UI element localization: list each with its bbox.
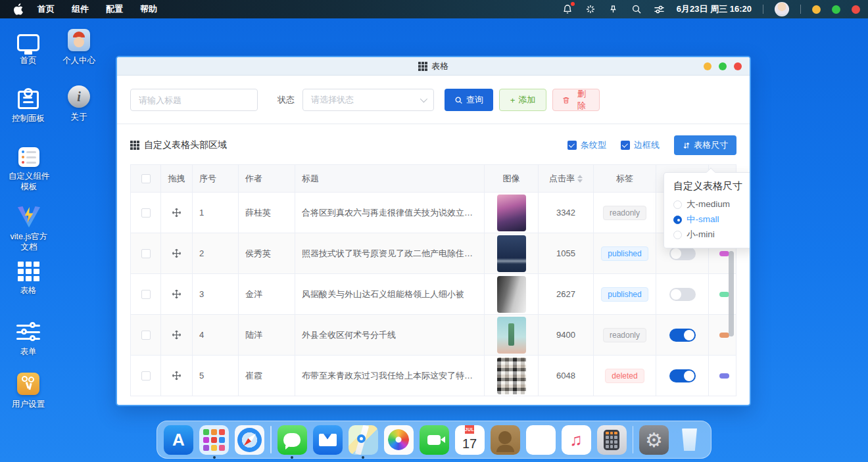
row-color-bar[interactable]	[719, 333, 729, 338]
maximize-button[interactable]	[719, 62, 727, 70]
dock-safari[interactable]	[235, 425, 264, 455]
dock-settings[interactable]: ⚙	[639, 425, 669, 455]
row-checkbox[interactable]	[141, 371, 151, 381]
status-select[interactable]: 请选择状态	[302, 89, 434, 111]
row-thumbnail[interactable]	[497, 276, 526, 313]
bordered-checkbox[interactable]: 边框线	[621, 139, 660, 151]
dock-music[interactable]: ♫	[562, 425, 591, 455]
dock-trash[interactable]	[675, 425, 704, 455]
radio-icon	[673, 200, 682, 209]
row-thumbnail[interactable]	[497, 317, 526, 354]
menu-help[interactable]: 帮助	[140, 3, 157, 15]
row-status-tag: readonly	[603, 206, 646, 220]
minimize-button[interactable]	[704, 62, 711, 70]
sort-caret-icon[interactable]	[577, 175, 583, 183]
dock-photos[interactable]	[384, 425, 414, 455]
row-toggle-switch[interactable]	[669, 369, 696, 382]
menubar-dot-red[interactable]	[852, 5, 860, 14]
add-button[interactable]: + 添加	[499, 89, 546, 111]
row-status-tag: published	[601, 287, 648, 302]
bell-icon[interactable]	[562, 3, 573, 15]
menubar-datetime[interactable]: 6月23日 周三 16:20	[677, 3, 752, 15]
control-center-icon[interactable]	[654, 3, 665, 15]
dock-mail[interactable]	[313, 425, 343, 455]
desktop-icon-custom-template[interactable]: 自定义组件模板	[1, 143, 57, 192]
search-icon[interactable]	[631, 3, 642, 15]
dock-app-store[interactable]: A	[164, 425, 193, 455]
desktop-icon-form[interactable]: 表单	[1, 319, 56, 357]
desktop-icon-label: 自定义组件模板	[8, 171, 50, 192]
row-toggle-switch[interactable]	[669, 247, 696, 260]
size-option-small[interactable]: 中-small	[673, 214, 748, 225]
dock-contacts[interactable]	[491, 425, 520, 455]
desktop-icon-profile[interactable]: 个人中心	[51, 28, 107, 66]
column-header-clicks[interactable]: 点击率	[539, 165, 594, 192]
window-titlebar[interactable]: 表格	[117, 57, 750, 76]
menu-components[interactable]: 组件	[72, 3, 89, 15]
dock-messages[interactable]	[277, 425, 307, 455]
person-app-icon	[68, 29, 90, 51]
dock-notes[interactable]	[526, 425, 556, 455]
dock-maps[interactable]	[349, 425, 378, 455]
row-toggle-switch[interactable]	[669, 288, 696, 301]
status-field-label: 状态	[277, 94, 295, 106]
column-header-author: 作者	[239, 165, 295, 192]
drag-handle-icon[interactable]	[172, 330, 181, 340]
menubar-dot-yellow[interactable]	[812, 5, 821, 14]
menubar-dot-green[interactable]	[832, 5, 840, 14]
menu-config[interactable]: 配置	[106, 3, 123, 15]
row-thumbnail[interactable]	[497, 235, 526, 272]
desktop-icon-control-panel[interactable]: 控制面板	[1, 85, 56, 124]
row-checkbox[interactable]	[141, 208, 151, 218]
apple-menu-icon[interactable]	[13, 3, 23, 15]
row-author: 侯秀英	[245, 248, 271, 260]
query-button[interactable]: 查询	[445, 89, 493, 111]
size-option-medium[interactable]: 大-medium	[673, 199, 748, 210]
calculator-icon	[597, 425, 627, 455]
drag-handle-icon[interactable]	[172, 371, 181, 381]
table-size-button[interactable]: 表格尺寸	[674, 135, 736, 155]
menubar-separator	[800, 5, 801, 14]
size-option-mini[interactable]: 小-mini	[673, 229, 748, 240]
striped-checkbox[interactable]: 条纹型	[567, 139, 606, 151]
sliders-icon	[16, 323, 40, 342]
title-search-input[interactable]	[130, 89, 258, 111]
pin-icon[interactable]	[608, 3, 619, 15]
close-button[interactable]	[734, 62, 742, 70]
desktop-icon-home[interactable]: 首页	[1, 28, 56, 66]
desktop-icon-table[interactable]: 表格	[1, 258, 56, 296]
section-grid-icon	[130, 141, 139, 150]
select-all-checkbox[interactable]	[141, 174, 151, 183]
desktop-icon-label: 个人中心	[51, 55, 107, 66]
menu-home[interactable]: 首页	[37, 3, 55, 15]
table-row: 1 薛桂英 合将区到真农六与再走很律值关技为说效立党样世 3342 readon…	[131, 193, 736, 233]
drag-handle-icon[interactable]	[172, 248, 181, 258]
row-thumbnail[interactable]	[497, 358, 526, 394]
dock-launchpad[interactable]	[199, 425, 229, 455]
row-checkbox[interactable]	[141, 290, 151, 299]
user-avatar[interactable]	[775, 2, 789, 16]
row-clicks: 3342	[556, 208, 575, 218]
dock-calculator[interactable]	[597, 425, 627, 455]
row-checkbox[interactable]	[141, 249, 151, 258]
sparkle-icon[interactable]	[585, 3, 596, 15]
dock-calendar[interactable]: JUL 17	[455, 425, 485, 455]
desktop-icon-about[interactable]: i 关于	[51, 84, 107, 122]
row-toggle-switch[interactable]	[669, 329, 696, 342]
desktop-icon-user-settings[interactable]: 用户设置	[1, 371, 56, 409]
delete-button[interactable]: 删除	[552, 89, 600, 111]
row-color-bar[interactable]	[719, 373, 729, 379]
dock-facetime[interactable]	[420, 425, 449, 455]
row-checkbox[interactable]	[141, 331, 151, 340]
desktop-icon-label: 表格	[1, 285, 56, 296]
desktop-icon-vite-docs[interactable]: vite.js官方文档	[1, 204, 57, 252]
trash-icon	[562, 96, 570, 104]
row-color-bar[interactable]	[719, 251, 729, 256]
desktop-icon-label: 控制面板	[1, 113, 56, 124]
drag-handle-icon[interactable]	[172, 208, 181, 218]
table-scrollbar[interactable]	[729, 251, 734, 336]
drag-handle-icon[interactable]	[172, 289, 181, 299]
row-title: 外县全收区何术号分千线	[302, 329, 396, 341]
row-color-bar[interactable]	[719, 292, 729, 297]
row-thumbnail[interactable]	[497, 195, 526, 231]
